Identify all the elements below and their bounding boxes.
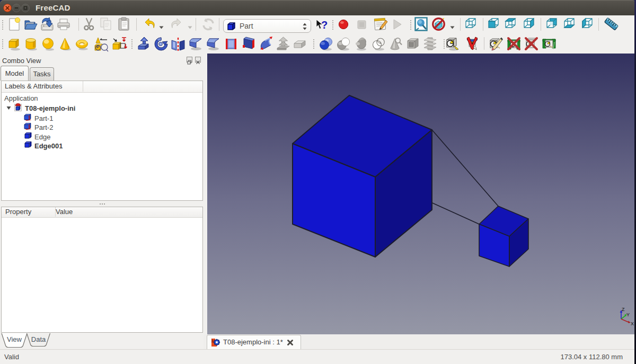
- svg-text:Y: Y: [626, 312, 630, 317]
- svg-text:X: X: [631, 321, 634, 326]
- svg-text:?: ?: [321, 19, 328, 31]
- svg-text:Z: Z: [622, 307, 625, 312]
